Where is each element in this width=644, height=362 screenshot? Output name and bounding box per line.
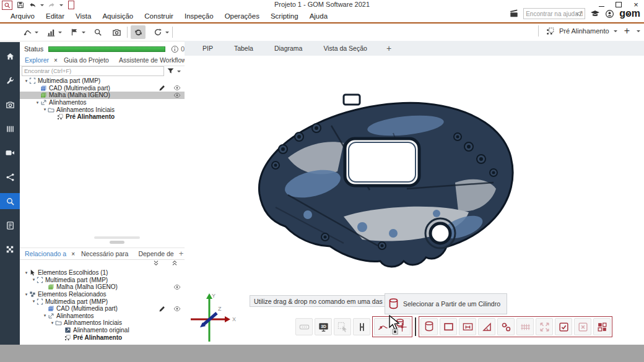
info-icon[interactable] bbox=[171, 45, 179, 53]
tree-row[interactable]: ▾ Elementos Relacionados bbox=[20, 291, 185, 298]
expand-arrow[interactable]: ▾ bbox=[42, 313, 48, 318]
menu-vista[interactable]: Vista bbox=[70, 12, 97, 20]
rail-search-button-active[interactable] bbox=[0, 193, 20, 209]
rail-report-button[interactable] bbox=[0, 217, 20, 233]
eye-icon[interactable] bbox=[173, 84, 181, 92]
expand-arrow[interactable]: ▾ bbox=[31, 299, 37, 304]
select-elements-button[interactable] bbox=[334, 318, 351, 335]
eye-icon[interactable] bbox=[173, 283, 181, 291]
tab-guia-do-projeto[interactable]: Guia do Projeto bbox=[59, 55, 114, 66]
tree-row[interactable]: ▾ Alinhamentos bbox=[20, 312, 185, 320]
refresh-button[interactable] bbox=[150, 25, 165, 39]
snapshot-button[interactable] bbox=[109, 25, 124, 39]
expand-arrow[interactable]: ▾ bbox=[24, 270, 29, 275]
alignment-label[interactable]: Pré Alinhamento bbox=[559, 27, 609, 35]
split-view-button[interactable] bbox=[353, 318, 370, 335]
tree-row[interactable]: ▾ Alinhamentos Iniciais bbox=[20, 106, 185, 113]
panel-splitter[interactable] bbox=[94, 236, 140, 239]
tree-row[interactable]: CAD (Multimedia part) bbox=[20, 85, 185, 92]
menu-arquivo[interactable]: Arquivo bbox=[5, 12, 40, 20]
rail-tools-button[interactable] bbox=[0, 72, 20, 88]
menu-construir[interactable]: Construir bbox=[139, 12, 179, 20]
tree-row[interactable]: ▾ Multimedia part (MMP) bbox=[20, 77, 185, 85]
minimize-button[interactable] bbox=[594, 0, 608, 9]
tab-explorer[interactable]: Explorer bbox=[20, 55, 54, 66]
confirm-select-button[interactable] bbox=[555, 318, 572, 335]
tab-tabela[interactable]: Tabela bbox=[224, 45, 264, 52]
tree-row[interactable]: CAD (Multimedia part) bbox=[20, 305, 185, 312]
quick-search-button[interactable] bbox=[2, 1, 12, 10]
tree-row[interactable]: Pré Alinhamento bbox=[20, 113, 185, 121]
rail-video-button[interactable] bbox=[0, 145, 20, 161]
refresh-dropdown[interactable] bbox=[165, 32, 169, 35]
media-bar-button[interactable] bbox=[295, 318, 313, 335]
expand-arrow[interactable]: ▾ bbox=[24, 79, 29, 84]
save-button[interactable] bbox=[15, 1, 25, 9]
tab-vista-da-secao[interactable]: Vista da Seção bbox=[313, 45, 377, 52]
tab-pip[interactable]: PIP bbox=[192, 45, 224, 52]
redo-button[interactable] bbox=[47, 1, 56, 9]
tab-relacionado-a[interactable]: Relacionado a bbox=[20, 249, 71, 259]
undo-dropdown[interactable] bbox=[40, 4, 44, 8]
expand-all-icon[interactable] bbox=[171, 259, 178, 267]
link-select-button[interactable] bbox=[497, 318, 515, 335]
menu-aquisicao[interactable]: Aquisição bbox=[97, 12, 139, 20]
tree-row[interactable]: ▾ Alinhamentos bbox=[20, 99, 185, 106]
select-from-cylinder-button[interactable] bbox=[420, 318, 438, 335]
tree-row[interactable]: ▾ Elementos Escolhidos (1) bbox=[20, 269, 185, 277]
zoom-tool-button[interactable] bbox=[90, 25, 105, 39]
expand-arrow[interactable]: ▾ bbox=[31, 277, 37, 282]
redo-dropdown[interactable] bbox=[59, 4, 63, 8]
eye-icon[interactable] bbox=[173, 92, 181, 99]
restore-button[interactable] bbox=[612, 0, 625, 9]
tree-row-selected[interactable]: Malha (Malha IGENO) bbox=[20, 92, 185, 99]
undo-button[interactable] bbox=[28, 1, 37, 9]
menu-editar[interactable]: Editar bbox=[40, 12, 70, 20]
add-alignment-dropdown[interactable] bbox=[637, 30, 640, 34]
pencil-icon[interactable] bbox=[159, 84, 166, 92]
fence-select-button[interactable] bbox=[516, 318, 534, 335]
rail-capture-button[interactable] bbox=[0, 97, 20, 113]
alignment-dropdown[interactable] bbox=[614, 30, 617, 34]
view-tab-add-button[interactable]: + bbox=[378, 43, 400, 53]
tree-row[interactable]: Pré Alinhamento bbox=[20, 334, 185, 341]
expand-arrow[interactable]: ▾ bbox=[24, 292, 29, 297]
support-icon[interactable] bbox=[605, 9, 614, 19]
eye-icon[interactable] bbox=[173, 305, 181, 312]
tab-assistente-workflow[interactable]: Assistente de Workflow bbox=[114, 55, 191, 66]
flag-dropdown[interactable] bbox=[82, 32, 85, 35]
cancel-select-button[interactable] bbox=[574, 318, 591, 335]
expand-arrow[interactable]: ▾ bbox=[42, 107, 48, 112]
tree-search-input[interactable] bbox=[22, 66, 164, 76]
tree-row[interactable]: ▾ Multimedia part (MMP) bbox=[20, 298, 185, 305]
expand-select-button[interactable] bbox=[536, 318, 553, 335]
tab-necessario-para[interactable]: Necessário para bbox=[76, 249, 133, 259]
expand-arrow[interactable]: ▾ bbox=[50, 321, 55, 325]
panel-splitter-handle[interactable] bbox=[110, 241, 124, 244]
cad-part-mesh[interactable] bbox=[251, 90, 520, 282]
menu-scripting[interactable]: Scripting bbox=[265, 12, 304, 20]
profile-dropdown[interactable] bbox=[35, 32, 38, 35]
rectangle-select-button[interactable] bbox=[440, 318, 457, 335]
tree-row[interactable]: Alinhamento original bbox=[20, 327, 185, 334]
pencil-icon[interactable] bbox=[159, 305, 166, 312]
menu-operacoes[interactable]: Operações bbox=[219, 12, 265, 20]
send-icon[interactable] bbox=[575, 10, 583, 17]
add-alignment-button[interactable]: + bbox=[622, 25, 632, 37]
view-3d-button[interactable] bbox=[315, 318, 332, 335]
rail-share-button[interactable] bbox=[0, 169, 20, 185]
rectangle-inner-select-button[interactable] bbox=[459, 318, 476, 335]
menu-inspecao[interactable]: Inspeção bbox=[179, 12, 219, 20]
tab-depende-de[interactable]: Depende de bbox=[133, 249, 178, 259]
collapse-all-icon[interactable] bbox=[152, 259, 160, 267]
histogram-tool-button[interactable] bbox=[43, 25, 58, 39]
histogram-dropdown[interactable] bbox=[58, 32, 62, 35]
training-cap-icon[interactable] bbox=[590, 9, 600, 19]
rail-home-button[interactable] bbox=[0, 48, 20, 64]
filter-dropdown[interactable] bbox=[177, 71, 181, 74]
rail-pattern-button[interactable] bbox=[0, 241, 20, 257]
close-button[interactable]: × bbox=[629, 0, 643, 9]
tab-explorer-close[interactable]: × bbox=[54, 56, 59, 66]
tree-row[interactable]: ▾ Multimedia part (MMP) bbox=[20, 277, 185, 284]
angle-select-button[interactable] bbox=[478, 318, 495, 335]
